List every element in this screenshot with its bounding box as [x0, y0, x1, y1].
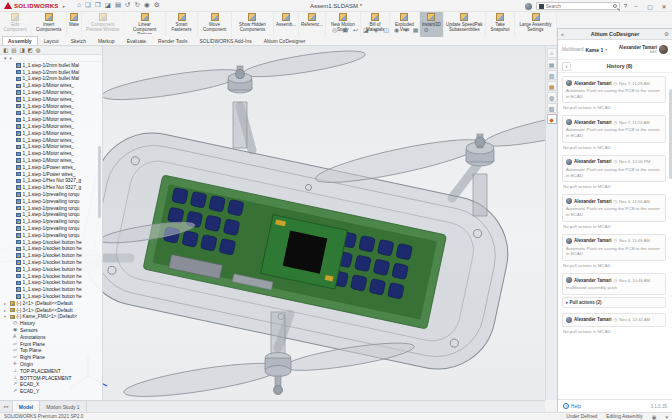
tree-scrollbar-thumb[interactable]	[98, 146, 101, 218]
ribbon-button[interactable]: Assemb...	[274, 12, 299, 37]
status-caret-icon[interactable]: ▾	[665, 414, 668, 420]
history-entry[interactable]: Alexander Tamari ◷ Nov 4, 11:48 AM Autom…	[562, 234, 666, 268]
tree-row[interactable]: 1_1.step-1/prevailing torqu	[0, 218, 102, 225]
tree-row[interactable]: 1_1.step-1/Motor wires_	[0, 130, 102, 137]
maximize-button[interactable]: ▢	[645, 3, 655, 10]
history-entry[interactable]: Alexander Tamari ◷ Nov 4, 11:56 AM Autom…	[562, 194, 666, 228]
pull-actions-expander[interactable]: Pull actions (2)	[562, 297, 666, 308]
tree-row[interactable]: 1_1.step-1/socket button he	[0, 280, 102, 287]
dimxpertmanager-icon[interactable]: ◩	[28, 47, 33, 53]
tree-row[interactable]: 1_1.step-1/socket button he	[0, 293, 102, 300]
tree-row[interactable]: 1_1.step-1/2mm bullet Mal	[0, 62, 102, 69]
panel-collapse-icon[interactable]: «	[561, 31, 564, 37]
command-tab[interactable]: SOLIDWORKS Add-Ins	[193, 36, 257, 45]
history-entry[interactable]: Alexander Tamari ◷ Nov 4, 12:00 PM Autom…	[562, 155, 666, 189]
tree-row[interactable]: 1_1.step-1/Motor wires_	[0, 137, 102, 144]
print-icon[interactable]: ▤	[115, 2, 121, 9]
rebuild-icon[interactable]: ◉	[144, 2, 150, 9]
tree-row[interactable]: ▸ (-) 2<1> (Default<<Default	[0, 300, 102, 307]
command-tab[interactable]: Assembly	[2, 36, 38, 45]
ribbon-button[interactable]: Show Hidden Components	[232, 12, 274, 37]
command-tab[interactable]: Render Tools	[152, 36, 193, 45]
back-button[interactable]: ‹	[562, 62, 571, 71]
propertymanager-icon[interactable]: ▤	[11, 47, 16, 53]
file-explorer-icon[interactable]: ▥	[547, 70, 557, 80]
tree-row[interactable]: 1_1.step-1/Motor wires_	[0, 96, 102, 103]
tree-row[interactable]: 1_1.step-1/Motor wires_	[0, 82, 102, 89]
ribbon-button[interactable]: Component Preview Window	[82, 12, 124, 37]
ribbon-button[interactable]: Instant3D	[420, 12, 444, 37]
new-document-icon[interactable]: ❏	[85, 2, 91, 9]
previous-view-icon[interactable]: ↩	[353, 27, 358, 33]
tree-feature-row[interactable]: ⊥ BOTTOM-PLACEMENT	[0, 375, 102, 382]
tree-row[interactable]: 1_1.step-1/socket button he	[0, 259, 102, 266]
tree-row[interactable]: 1_1.step-1/prevailing torqu	[0, 232, 102, 239]
ribbon-button[interactable]: Take Snapshot	[486, 12, 515, 37]
tree-row[interactable]: 1_1.step-1/prevailing torqu	[0, 212, 102, 219]
custom-properties-status-icon[interactable]: ▣	[652, 414, 657, 420]
tree-row[interactable]: 1_1.step-1/socket button he	[0, 266, 102, 273]
search-icon[interactable]	[613, 4, 617, 8]
chevron-down-icon[interactable]: ▾	[605, 47, 607, 52]
tree-row[interactable]: 1_1.step-1/Motor wires_	[0, 150, 102, 157]
ribbon-button[interactable]: Linear Component Pattern	[124, 12, 166, 37]
redo-icon[interactable]: ↻	[135, 2, 140, 9]
appearances-icon[interactable]: ◍	[547, 92, 557, 102]
tree-row[interactable]: 1_1.step-1/socket button he	[0, 286, 102, 293]
ribbon-button[interactable]: New Motion Study	[326, 12, 361, 37]
account-area[interactable]: Alexander Tamari AAK	[619, 45, 668, 54]
featuremanager-icon[interactable]: ◧	[3, 47, 8, 53]
history-entry[interactable]: Alexander Tamari ◷ Nov 4, 10:46 AM multi…	[562, 273, 666, 308]
home-icon[interactable]: ⌂	[547, 48, 557, 58]
open-icon[interactable]: ❐	[95, 2, 101, 9]
tree-row[interactable]: 1_1.step-1/socket button he	[0, 239, 102, 246]
ribbon-button[interactable]: Referenc...	[299, 12, 326, 37]
history-card[interactable]: Alexander Tamari ◷ Nov 4, 10:46 AM multi…	[562, 273, 666, 295]
tree-row[interactable]: 1_1.step-1/2mm bullet Mal	[0, 76, 102, 83]
zoom-area-icon[interactable]: ▣	[342, 27, 348, 33]
command-tab[interactable]: Layout	[38, 36, 65, 45]
tree-feature-row[interactable]: ✛ Origin	[0, 361, 102, 368]
tree-row[interactable]: 1_1.step-1/socket button he	[0, 246, 102, 253]
tree-row[interactable]: 1_1.step-1/Power wires_	[0, 171, 102, 178]
view-palette-icon[interactable]: ▦	[547, 81, 557, 91]
menu-expand-arrow-icon[interactable]: ▸	[63, 3, 66, 9]
configurationmanager-icon[interactable]: ◨	[19, 47, 24, 53]
view-orientation-icon[interactable]: ◈	[374, 27, 379, 33]
help-link[interactable]: Help	[571, 404, 581, 409]
tree-row[interactable]: 1_1.step-1/prevailing torqu	[0, 205, 102, 212]
tree-row[interactable]: 1_1.step-1/Motor wires_	[0, 157, 102, 164]
avatar[interactable]	[659, 45, 668, 54]
hide-show-icon[interactable]: ◉	[394, 27, 399, 33]
tree-row[interactable]: 1_1.step-1/prevailing torqu	[0, 225, 102, 232]
history-entry[interactable]: Alexander Tamari ◷ Nov 7, 11:28 AM Autom…	[562, 76, 666, 110]
scene-icon[interactable]: ▦	[413, 27, 419, 33]
tree-row[interactable]: 1_1.step-1/Motor wires_	[0, 144, 102, 151]
ribbon-button[interactable]: Update SpeedPak Subassemblies	[444, 12, 486, 37]
tree-row[interactable]: 1_1.step-1/Motor wires_	[0, 103, 102, 110]
ribbon-button[interactable]: Mate	[67, 12, 82, 37]
ribbon-button[interactable]: Edit Component	[0, 12, 31, 37]
tree-row[interactable]: ▾ (-) Kame_FMU<1> (Default<	[0, 313, 102, 320]
design-library-icon[interactable]: ▤	[547, 59, 557, 69]
user-account-icon[interactable]	[525, 3, 532, 10]
expand-icon[interactable]: ▸	[4, 308, 8, 313]
tree-row[interactable]: 1_1.step-1/Motor wires_	[0, 123, 102, 130]
history-card[interactable]: Alexander Tamari ◷ Nov 4, 10:42 AM	[562, 313, 666, 327]
tree-row[interactable]: 1_1.step-1/Motor wires_	[0, 116, 102, 123]
tree-row[interactable]: 1_1.step-1/socket button he	[0, 273, 102, 280]
ribbon-button[interactable]: Exploded View	[390, 12, 419, 37]
command-tab[interactable]: Sketch	[65, 36, 92, 45]
expand-icon[interactable]: ▾	[4, 314, 8, 319]
history-entry[interactable]: Alexander Tamari ◷ Nov 4, 10:42 AM No pu…	[562, 313, 666, 334]
history-entry[interactable]: Alexander Tamari ◷ Nov 7, 11:26 AM Autom…	[562, 115, 666, 149]
codesigner-icon[interactable]: ◆	[547, 114, 557, 124]
home-icon[interactable]: ⌂	[77, 2, 81, 9]
ribbon-button[interactable]: Smart Fasteners	[166, 12, 198, 37]
save-icon[interactable]: ◪	[105, 2, 111, 9]
history-card[interactable]: Alexander Tamari ◷ Nov 4, 11:56 AM Autom…	[562, 194, 666, 221]
command-tab[interactable]: Markup	[92, 36, 121, 45]
tree-row[interactable]: 1_1.step-1/socket button he	[0, 252, 102, 259]
gear-icon[interactable]: ⚙	[664, 31, 669, 37]
search-input[interactable]	[546, 4, 611, 9]
